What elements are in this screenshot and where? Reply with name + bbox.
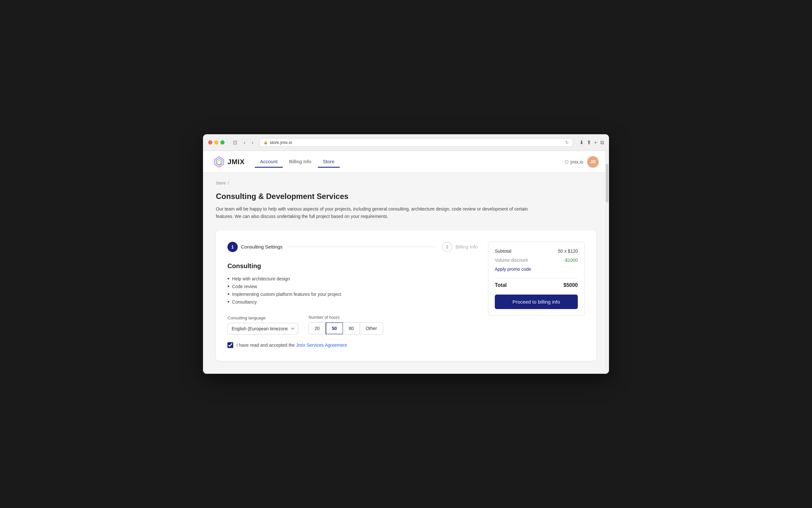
header-right: ⬡ jmix.io JD [565, 156, 599, 168]
external-link-icon: ⬡ [565, 159, 568, 165]
total-label: Total [495, 282, 507, 288]
consulting-title: Consulting [228, 262, 478, 270]
lock-icon: 🔒 [264, 140, 268, 144]
proceed-button[interactable]: Proceed to billing info [495, 295, 578, 309]
card-right: Subtotal 50 x $120 Volume discount -$100… [488, 242, 584, 348]
hours-group: Number of hours 20 50 80 Other [308, 315, 383, 335]
agreement-row: I have read and accepted the Jmix Servic… [228, 342, 478, 348]
scrollbar-thumb[interactable] [606, 164, 608, 203]
stepper: 1 Consulting Settings 2 Billing Info [228, 242, 478, 252]
step-2: 2 Billing Info [442, 242, 478, 252]
step-connector [288, 247, 437, 247]
browser-actions: ⬇ ⬆ + ⧉ [579, 139, 604, 145]
browser-navigation: ⊡ ‹ › [231, 139, 255, 146]
summary-divider [495, 278, 578, 279]
hours-other-button[interactable]: Other [360, 323, 383, 334]
logo-text: JMIX [228, 158, 244, 166]
breadcrumb-separator: / [228, 181, 229, 185]
reload-icon[interactable]: ↻ [565, 140, 569, 145]
close-button[interactable] [208, 140, 212, 144]
subtotal-label: Subtotal [495, 249, 511, 254]
maximize-button[interactable] [221, 140, 225, 144]
svg-marker-2 [218, 160, 221, 165]
hours-buttons: 20 50 80 Other [308, 322, 383, 335]
breadcrumb: Store / [216, 181, 596, 185]
sidebar-toggle-button[interactable]: ⊡ [231, 139, 239, 146]
step-2-circle: 2 [442, 242, 452, 252]
avatar[interactable]: JD [587, 156, 599, 168]
address-bar[interactable]: 🔒 store.jmix.io ↻ [259, 138, 573, 147]
nav-links: Account Billing Info Store [255, 156, 339, 167]
total-value: $5000 [564, 282, 578, 288]
feature-item: Help with architecture design [228, 275, 478, 283]
discount-row: Volume discount -$1000 [495, 258, 578, 263]
traffic-lights [208, 140, 225, 144]
total-row: Total $5000 [495, 282, 578, 288]
subtotal-row: Subtotal 50 x $120 [495, 249, 578, 254]
feature-item: Consultancy [228, 298, 478, 306]
agreement-link[interactable]: Jmix Services Agreement [296, 342, 347, 348]
url-text: store.jmix.io [270, 140, 292, 145]
feature-item: Code review [228, 283, 478, 290]
language-select[interactable]: English (European timezone) English (US … [228, 323, 298, 335]
discount-label: Volume discount [495, 258, 528, 263]
subtotal-value: 50 x $120 [558, 249, 578, 254]
page-description: Our team will be happy to help with vari… [216, 205, 537, 220]
language-label: Consulting language [228, 315, 298, 320]
nav-billing-info[interactable]: Billing Info [284, 156, 317, 168]
external-link[interactable]: ⬡ jmix.io [565, 159, 583, 165]
agreement-checkbox[interactable] [228, 342, 233, 348]
tabs-button[interactable]: ⧉ [600, 140, 604, 145]
hours-50-button[interactable]: 50 [326, 322, 344, 335]
promo-link[interactable]: Apply promo code [495, 266, 578, 272]
page-title: Consulting & Development Services [216, 192, 596, 201]
back-button[interactable]: ‹ [242, 139, 247, 146]
forward-button[interactable]: › [250, 139, 255, 146]
main-card: 1 Consulting Settings 2 Billing Info Con… [216, 230, 596, 361]
logo-icon [213, 156, 225, 168]
minimize-button[interactable] [214, 140, 219, 144]
language-group: Consulting language English (European ti… [228, 315, 298, 335]
hours-label: Number of hours [308, 315, 383, 320]
discount-value: -$1000 [564, 258, 578, 263]
logo[interactable]: JMIX [213, 156, 244, 168]
new-tab-button[interactable]: + [594, 140, 597, 145]
site-header: JMIX Account Billing Info Store ⬡ jmix.i… [203, 151, 609, 173]
nav-store[interactable]: Store [318, 156, 340, 168]
nav-account[interactable]: Account [255, 156, 282, 168]
share-button[interactable]: ⬆ [587, 139, 591, 145]
step-1-circle: 1 [228, 242, 238, 252]
form-row: Consulting language English (European ti… [228, 315, 478, 335]
browser-chrome: ⊡ ‹ › 🔒 store.jmix.io ↻ ⬇ ⬆ + ⧉ [203, 134, 609, 151]
agreement-text: I have read and accepted the [236, 342, 296, 348]
feature-list: Help with architecture design Code revie… [228, 275, 478, 306]
download-button[interactable]: ⬇ [579, 139, 584, 145]
feature-item: Implementing custom platform features fo… [228, 290, 478, 298]
header-left: JMIX Account Billing Info Store [213, 156, 340, 168]
hours-80-button[interactable]: 80 [343, 323, 360, 334]
step-1-label: Consulting Settings [241, 244, 282, 250]
hours-20-button[interactable]: 20 [309, 323, 326, 334]
agreement-label: I have read and accepted the Jmix Servic… [236, 342, 347, 348]
step-1: 1 Consulting Settings [228, 242, 282, 252]
external-link-label: jmix.io [570, 159, 583, 165]
scrollbar[interactable] [605, 151, 609, 374]
card-left: 1 Consulting Settings 2 Billing Info Con… [228, 242, 478, 348]
page-body: Store / Consulting & Development Service… [203, 173, 609, 374]
step-2-label: Billing Info [456, 244, 478, 250]
breadcrumb-store[interactable]: Store [216, 181, 226, 185]
svg-marker-1 [216, 158, 222, 166]
summary-card: Subtotal 50 x $120 Volume discount -$100… [488, 242, 584, 316]
